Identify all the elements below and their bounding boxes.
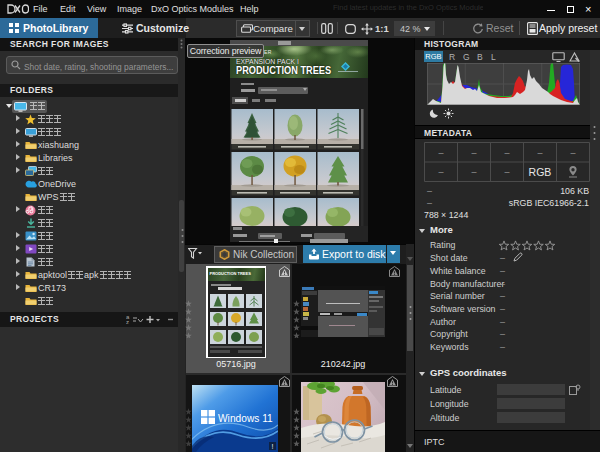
svg-text:RGB: RGB	[529, 166, 552, 178]
svg-text:–: –	[438, 148, 443, 158]
svg-text:!: !	[272, 443, 274, 450]
svg-text:–: –	[471, 167, 476, 177]
svg-text:–: –	[537, 148, 542, 158]
svg-text:–: –	[570, 148, 575, 158]
svg-text:–: –	[438, 167, 443, 177]
svg-text:–: –	[471, 148, 476, 158]
svg-text:z: z	[126, 319, 129, 324]
svg-text:–: –	[504, 148, 509, 158]
svg-text:Windows 11: Windows 11	[218, 413, 273, 424]
svg-text:–: –	[504, 167, 509, 177]
